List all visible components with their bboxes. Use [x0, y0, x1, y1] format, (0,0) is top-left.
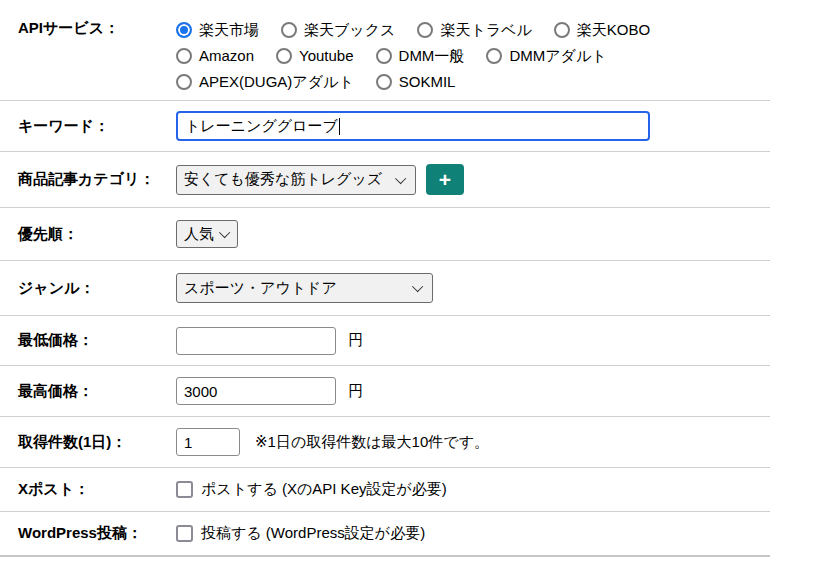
radio-line-1: 楽天市場 楽天ブックス 楽天トラベル 楽天KOBO [176, 19, 770, 41]
genre-label: ジャンル： [0, 279, 176, 298]
form-row-genre: ジャンル： スポーツ・アウトドア [0, 261, 770, 316]
radio-label: 楽天市場 [199, 19, 259, 41]
plus-icon: + [439, 169, 451, 190]
radio-option-rakuten-travel[interactable]: 楽天トラベル [417, 19, 531, 41]
rakuten-travel-radio[interactable] [417, 22, 433, 38]
rakuten-ichiba-radio[interactable] [176, 22, 192, 38]
radio-option-youtube[interactable]: Youtube [276, 45, 354, 67]
wordpress-checkbox-label: 投稿する (WordPress設定が必要) [201, 524, 425, 543]
radio-label: 楽天トラベル [440, 19, 531, 41]
form-row-fetch-count: 取得件数(1日)： ※1日の取得件数は最大10件です。 [0, 417, 770, 468]
form-row-keyword: キーワード： トレーニンググローブ [0, 101, 770, 152]
fetch-count-label: 取得件数(1日)： [0, 433, 176, 452]
x-post-checkbox-label: ポストする (XのAPI Key設定が必要) [201, 480, 447, 499]
add-category-button[interactable]: + [426, 164, 464, 195]
radio-option-dmm-adult[interactable]: DMMアダルト [486, 45, 606, 67]
radio-option-rakuten-ichiba[interactable]: 楽天市場 [176, 19, 259, 41]
form-row-wordpress-post: WordPress投稿： 投稿する (WordPress設定が必要) [0, 512, 770, 557]
radio-label: 楽天KOBO [577, 19, 650, 41]
fetch-count-input[interactable] [176, 428, 240, 456]
priority-label: 優先順： [0, 225, 176, 244]
rakuten-books-radio[interactable] [281, 22, 297, 38]
api-service-radio-group: 楽天市場 楽天ブックス 楽天トラベル 楽天KOBO Amaz [176, 19, 770, 93]
form-row-category: 商品記事カテゴリ： 安くても優秀な筋トレグッズ + [0, 152, 770, 208]
youtube-radio[interactable] [276, 48, 292, 64]
chevron-down-icon [395, 172, 406, 183]
form-row-x-post: Xポスト： ポストする (XのAPI Key設定が必要) [0, 468, 770, 512]
x-post-checkbox-item[interactable]: ポストする (XのAPI Key設定が必要) [176, 480, 447, 499]
radio-label: 楽天ブックス [304, 19, 395, 41]
keyword-value: トレーニンググローブ [185, 117, 338, 136]
x-post-checkbox[interactable] [176, 481, 193, 498]
form-row-api-service: APIサービス： 楽天市場 楽天ブックス 楽天トラベル 楽天KOBO [0, 0, 770, 101]
amazon-radio[interactable] [176, 48, 192, 64]
category-select[interactable]: 安くても優秀な筋トレグッズ [176, 165, 416, 195]
text-caret [339, 118, 340, 135]
category-selected-value: 安くても優秀な筋トレグッズ [184, 170, 382, 189]
radio-option-sokmil[interactable]: SOKMIL [376, 71, 456, 93]
form-row-priority: 優先順： 人気 [0, 208, 770, 261]
radio-option-rakuten-kobo[interactable]: 楽天KOBO [554, 19, 650, 41]
radio-label: Youtube [299, 45, 354, 67]
max-price-input[interactable] [176, 377, 336, 405]
keyword-label: キーワード： [0, 117, 176, 136]
radio-label: SOKMIL [399, 71, 456, 93]
priority-selected-value: 人気 [184, 225, 214, 244]
radio-option-amazon[interactable]: Amazon [176, 45, 254, 67]
radio-line-2: Amazon Youtube DMM一般 DMMアダルト [176, 45, 770, 67]
form-row-max-price: 最高価格： 円 [0, 366, 770, 417]
chevron-down-icon [219, 227, 230, 238]
radio-option-apex-duga-adult[interactable]: APEX(DUGA)アダルト [176, 71, 354, 93]
min-price-unit: 円 [348, 331, 363, 350]
keyword-input[interactable]: トレーニンググローブ [176, 111, 650, 141]
max-price-unit: 円 [348, 382, 363, 401]
x-post-label: Xポスト： [0, 480, 176, 499]
genre-selected-value: スポーツ・アウトドア [184, 279, 337, 298]
genre-select[interactable]: スポーツ・アウトドア [176, 273, 433, 303]
radio-option-rakuten-books[interactable]: 楽天ブックス [281, 19, 395, 41]
min-price-input[interactable] [176, 327, 336, 355]
radio-label: DMM一般 [399, 45, 465, 67]
max-price-label: 最高価格： [0, 382, 176, 401]
radio-label: DMMアダルト [509, 45, 606, 67]
apex-duga-adult-radio[interactable] [176, 74, 192, 90]
min-price-label: 最低価格： [0, 331, 176, 350]
form-row-min-price: 最低価格： 円 [0, 316, 770, 366]
api-service-label: APIサービス： [0, 19, 176, 38]
radio-line-3: APEX(DUGA)アダルト SOKMIL [176, 71, 770, 93]
dmm-general-radio[interactable] [376, 48, 392, 64]
wordpress-post-label: WordPress投稿： [0, 524, 176, 543]
rakuten-kobo-radio[interactable] [554, 22, 570, 38]
category-label: 商品記事カテゴリ： [0, 170, 176, 189]
radio-label: Amazon [199, 45, 254, 67]
sokmil-radio[interactable] [376, 74, 392, 90]
wordpress-checkbox[interactable] [176, 525, 193, 542]
wordpress-checkbox-item[interactable]: 投稿する (WordPress設定が必要) [176, 524, 425, 543]
chevron-down-icon [412, 281, 423, 292]
radio-label: APEX(DUGA)アダルト [199, 71, 354, 93]
dmm-adult-radio[interactable] [486, 48, 502, 64]
fetch-count-note: ※1日の取得件数は最大10件です。 [255, 433, 489, 452]
priority-select[interactable]: 人気 [176, 220, 238, 248]
radio-option-dmm-general[interactable]: DMM一般 [376, 45, 465, 67]
api-settings-form: APIサービス： 楽天市場 楽天ブックス 楽天トラベル 楽天KOBO [0, 0, 770, 557]
